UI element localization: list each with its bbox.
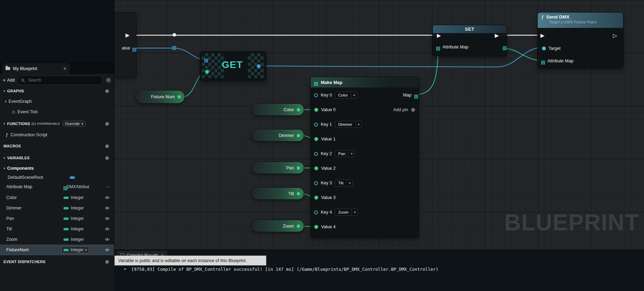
value2-pin[interactable] <box>314 166 318 170</box>
index-input-pin[interactable] <box>205 70 209 74</box>
section-macros[interactable]: MACROS ⊕ <box>0 141 114 151</box>
blueprint-graph-canvas[interactable]: BLUEPRINT ▶ alue GET Fixture <box>114 0 644 291</box>
value-reroute-node[interactable] <box>172 46 173 47</box>
zoom-getter-node[interactable]: Zoom <box>251 220 304 232</box>
eye-icon[interactable] <box>105 217 110 220</box>
add-pin-icon[interactable]: ⊕ <box>411 107 415 113</box>
tab-my-blueprint[interactable]: My Blueprint × <box>2 63 70 74</box>
color-getter-node[interactable]: Color <box>251 104 304 116</box>
pan-getter-node[interactable]: Pan <box>251 162 304 174</box>
close-icon[interactable]: × <box>63 66 66 71</box>
sidebar-item-defaultsceneroot[interactable]: DefaultSceneRoot <box>0 173 114 182</box>
section-functions[interactable]: ▾ FUNCTIONS (21 OVERRIDABLE Override ▾ ⊕ <box>0 118 114 129</box>
dmx-attribute-map-pin-row[interactable]: Attribute Map <box>541 59 573 63</box>
sidebar-item-construction-script[interactable]: ƒ Construction Script <box>0 130 114 140</box>
tilt-output-pin[interactable] <box>296 192 301 196</box>
sidebar-item-color[interactable]: Color Integer <box>0 192 114 203</box>
set-attribute-map-in[interactable]: Attribute Map <box>436 45 468 49</box>
array-input-pin[interactable] <box>204 59 205 60</box>
exec-out-pin[interactable]: ▶ <box>126 32 130 38</box>
clipped-node[interactable]: ▶ alue <box>114 12 136 77</box>
set-exec-out-pin[interactable]: ▶ <box>495 33 499 38</box>
dimmer-getter-node[interactable]: Dimmer <box>251 129 304 141</box>
target-pin[interactable] <box>542 46 546 51</box>
sidebar-item-pan[interactable]: Pan Integer <box>0 213 114 224</box>
eye-icon[interactable] <box>105 238 110 241</box>
map-output-pin[interactable] <box>414 95 415 96</box>
section-event-dispatchers[interactable]: EVENT DISPATCHERS ⊕ <box>0 256 114 267</box>
sidebar-item-zoom[interactable]: Zoom Integer <box>0 234 114 245</box>
sidebar-item-eventgraph[interactable]: ▾ EventGraph <box>0 96 114 107</box>
eye-icon[interactable] <box>105 196 110 199</box>
triangle-down-icon: ▾ <box>3 89 5 93</box>
set-node[interactable]: SET ▶ ▶ Attribute Map <box>432 25 507 56</box>
sidebar-item-tilt[interactable]: Tilt Integer <box>0 224 114 234</box>
zoom-output-pin[interactable] <box>296 224 301 228</box>
search-box[interactable] <box>17 76 103 85</box>
eye-icon[interactable] <box>105 248 110 252</box>
override-dropdown[interactable]: Override ▾ <box>62 121 86 127</box>
sidebar-item-attribute-map[interactable]: Attribute Map DMXAttribut ~ <box>0 182 114 192</box>
add-graph-icon[interactable]: ⊕ <box>105 88 109 94</box>
exec-reroute-node[interactable] <box>173 33 176 37</box>
value3-pin[interactable] <box>314 196 318 200</box>
section-components[interactable]: ▾ Components <box>0 164 114 173</box>
dmx-target-pin-row[interactable]: Target <box>542 46 561 51</box>
key4-pin[interactable] <box>314 210 318 214</box>
dimmer-output-pin[interactable] <box>296 133 301 138</box>
fixture-num-output-pin[interactable] <box>177 95 181 99</box>
compiler-log-line: • [9758,03] Compile of BP_DMX_Controller… <box>124 267 438 272</box>
sidebar-item-event-tick[interactable]: ◇ Event Tick <box>0 107 114 117</box>
eye-icon[interactable] <box>105 227 110 231</box>
function-icon: ƒ <box>541 14 544 20</box>
key0-dropdown[interactable]: Color▾ <box>335 92 357 99</box>
chevron-down-icon: ▾ <box>82 122 83 125</box>
add-pin-row[interactable]: Add pin ⊕ <box>393 106 415 114</box>
key2-pin[interactable] <box>314 152 318 156</box>
dmx-exec-out-pin[interactable]: ▷ <box>613 33 617 38</box>
color-output-pin[interactable] <box>296 108 301 112</box>
tilt-getter-node[interactable]: Tilt <box>251 187 304 200</box>
variable-tooltip: Variable is public and is editable on ea… <box>114 255 266 266</box>
gear-icon[interactable] <box>106 77 111 83</box>
set-to-senddmx-map-wire <box>502 48 541 60</box>
value0-pin[interactable] <box>314 108 318 112</box>
add-function-icon[interactable]: ⊕ <box>105 121 109 127</box>
get-node[interactable]: GET <box>200 51 266 81</box>
key1-pin[interactable] <box>314 123 318 127</box>
key3-pin[interactable] <box>314 181 318 185</box>
key1-row: Key 1 Dimmer▾ <box>314 120 362 129</box>
key3-row: Key 3 Tilt▾ <box>314 179 353 187</box>
dmx-exec-in-pin[interactable]: ▶ <box>540 33 545 38</box>
sidebar-item-dimmer[interactable]: Dimmer Integer <box>0 203 114 213</box>
value4-pin[interactable] <box>314 225 318 229</box>
section-variables[interactable]: ▾ VARIABLES ⊕ <box>0 153 114 163</box>
search-input[interactable] <box>27 77 99 83</box>
make-map-node[interactable]: Make Map Key 0 Color▾ Value 0 Key 1 Dimm… <box>310 77 419 238</box>
value1-pin[interactable] <box>314 137 318 141</box>
key1-dropdown[interactable]: Dimmer▾ <box>335 121 362 128</box>
key2-dropdown[interactable]: Pan▾ <box>335 150 355 157</box>
eye-icon[interactable] <box>105 206 110 210</box>
fixture-num-label: Fixture Num <box>151 94 175 99</box>
section-graphs[interactable]: ▾ GRAPHS ⊕ <box>0 86 114 96</box>
value-out-pin-row[interactable]: alue <box>122 46 134 51</box>
add-macro-icon[interactable]: ⊕ <box>105 143 109 149</box>
panel-tab-bar: My Blueprint × <box>0 62 114 74</box>
element-output-pin[interactable] <box>257 64 261 68</box>
add-event-dispatcher-icon[interactable]: ⊕ <box>105 259 109 265</box>
sidebar-item-fixturenum[interactable]: FixtureNum Integer ▾ <box>0 245 114 255</box>
add-variable-icon[interactable]: ⊕ <box>105 155 109 161</box>
key3-dropdown[interactable]: Tilt▾ <box>335 179 353 186</box>
instance-editable-icon[interactable]: ~ <box>106 184 109 190</box>
key4-dropdown[interactable]: Zoom▾ <box>335 209 358 216</box>
key2-label: Key 2 <box>321 151 332 156</box>
type-dropdown[interactable]: Integer ▾ <box>61 246 89 253</box>
add-button[interactable]: + Add <box>3 77 15 83</box>
set-exec-in-pin[interactable]: ▶ <box>437 33 441 38</box>
send-dmx-node[interactable]: ƒ Send DMX Target is DMX Fixture Patch ▶… <box>537 12 623 68</box>
set-attribute-map-out[interactable] <box>503 46 504 47</box>
key0-pin[interactable] <box>314 93 318 97</box>
pan-output-pin[interactable] <box>296 166 301 170</box>
fixture-num-getter-node[interactable]: Fixture Num <box>136 90 185 104</box>
